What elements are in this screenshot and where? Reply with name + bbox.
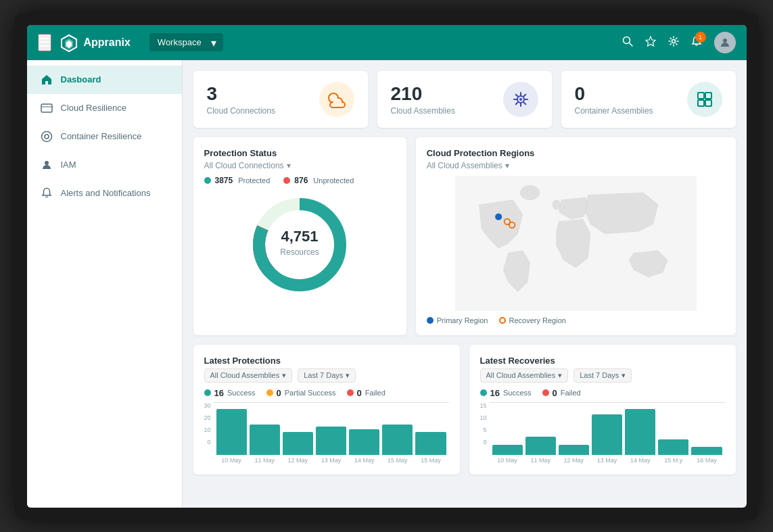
prot-failed-stat: 0 Failed — [347, 388, 385, 398]
primary-dot — [427, 317, 434, 324]
workspace-dropdown-wrapper[interactable]: Workspace — [144, 33, 223, 51]
sidebar-item-dashboard[interactable]: Dasboard — [27, 66, 182, 94]
bar-group: 14 May — [625, 409, 655, 464]
rec-success-dot — [480, 389, 487, 396]
recoveries-bar-chart: 10 May11 May12 May13 May14 May15 M.y16 M… — [490, 410, 725, 464]
bar-group: 11 May — [525, 437, 556, 463]
bar — [559, 445, 589, 455]
sidebar-label-dashboard: Dasboard — [61, 74, 101, 84]
stat-card-cloud-connections: 3 Cloud Connections — [193, 71, 368, 128]
svg-point-7 — [723, 39, 727, 43]
bar — [382, 425, 413, 455]
protection-status-card: Protection Status All Cloud Connections … — [193, 137, 406, 335]
bar-label: 12 May — [564, 457, 584, 464]
recoveries-chart: 151050 10 May11 May12 May13 May14 May15 … — [480, 402, 725, 464]
sidebar-item-container-resilience[interactable]: Container Resilience — [27, 122, 182, 151]
bar — [349, 429, 379, 455]
legend-primary: Primary Region — [427, 316, 488, 324]
prot-partial-dot — [266, 389, 273, 396]
bar-label: 15 May — [421, 457, 441, 464]
middle-row: Protection Status All Cloud Connections … — [193, 137, 736, 335]
star-icon[interactable] — [645, 36, 656, 49]
prot-success-stat: 16 Success — [204, 388, 256, 398]
map-marker-primary-1 — [495, 213, 502, 220]
app-name: Appranix — [84, 37, 131, 49]
svg-point-12 — [45, 161, 49, 165]
legend-recovery: Recovery Region — [499, 316, 566, 324]
settings-icon[interactable] — [668, 36, 679, 49]
container-assemblies-icon — [687, 82, 722, 117]
sidebar-label-container: Container Resilience — [61, 131, 142, 141]
main-content: 3 Cloud Connections 210 Cloud Assemblies — [183, 60, 747, 508]
protections-chart: 3020100 10 May11 May12 May13 May14 May15… — [204, 402, 449, 464]
container-assemblies-number: 0 — [575, 83, 653, 105]
protection-status-filter[interactable]: All Cloud Connections ▾ — [204, 161, 396, 170]
donut-chart: 4,751 Resources — [245, 191, 354, 299]
cloud-assemblies-number: 210 — [391, 83, 455, 105]
bar-group: 13 May — [316, 427, 346, 463]
svg-rect-17 — [698, 100, 704, 106]
bar-label: 10 May — [497, 457, 517, 464]
latest-recoveries-card: Latest Recoveries All Cloud Assemblies ▾… — [469, 345, 736, 475]
stat-info-cloud-connections: 3 Cloud Connections — [207, 83, 275, 116]
sidebar-item-alerts[interactable]: Alerts and Notifications — [27, 179, 182, 208]
protections-bars: 10 May11 May12 May13 May14 May15 May15 M… — [214, 402, 449, 464]
svg-rect-18 — [705, 100, 711, 106]
protections-filter1[interactable]: All Cloud Assemblies ▾ — [204, 368, 293, 383]
bar-group: 10 May — [216, 409, 247, 464]
bar-group: 14 May — [349, 429, 379, 464]
protections-y-axis: 3020100 — [204, 402, 211, 456]
rec-failed-stat: 0 Failed — [542, 388, 581, 398]
svg-rect-16 — [705, 93, 711, 99]
svg-point-25 — [553, 199, 560, 209]
svg-rect-8 — [41, 104, 52, 112]
recovery-dot — [499, 317, 506, 324]
cloud-resilience-icon — [41, 102, 53, 114]
recoveries-filter1[interactable]: All Cloud Assemblies ▾ — [480, 368, 569, 383]
legend-protected: 3875 Protected — [204, 176, 271, 185]
workspace-dropdown[interactable]: Workspace — [149, 33, 223, 51]
bar — [415, 432, 446, 455]
search-icon[interactable] — [622, 36, 633, 49]
user-avatar[interactable] — [714, 32, 736, 53]
stat-info-container-assemblies: 0 Container Assemblies — [575, 83, 653, 116]
prot-partial-stat: 0 Partial Success — [266, 388, 336, 398]
latest-protections-card: Latest Protections All Cloud Assemblies … — [193, 345, 460, 475]
bar-group: 11 May — [250, 425, 280, 464]
recoveries-y-axis: 151050 — [480, 402, 487, 456]
recoveries-filter2[interactable]: Last 7 Days ▾ — [573, 368, 632, 383]
bar-label: 14 May — [354, 457, 375, 464]
recoveries-stats: 16 Success 0 Failed — [480, 388, 725, 398]
bar-group: 15 May — [415, 432, 446, 464]
regions-title: Cloud Protection Regions — [427, 148, 725, 158]
map-legend: Primary Region Recovery Region — [427, 316, 725, 324]
bar — [283, 432, 313, 455]
cloud-assemblies-label: Cloud Assemblies — [391, 106, 455, 116]
bar-group: 12 May — [283, 432, 313, 464]
sidebar-item-iam[interactable]: IAM — [27, 151, 182, 179]
sidebar: Dasboard Cloud Resilience Container Resi… — [27, 60, 183, 508]
stat-card-container-assemblies: 0 Container Assemblies — [561, 71, 736, 128]
svg-text:4,751: 4,751 — [281, 228, 319, 245]
cloud-connections-icon — [319, 82, 354, 117]
svg-point-14 — [519, 98, 522, 101]
protections-title: Latest Protections — [204, 356, 449, 366]
bar — [691, 447, 722, 454]
bar — [316, 427, 346, 454]
donut-chart-wrapper: 4,751 Resources — [204, 191, 396, 299]
protections-filter2[interactable]: Last 7 Days ▾ — [298, 368, 356, 383]
cloud-protection-regions-card: Cloud Protection Regions All Cloud Assem… — [416, 137, 736, 335]
sidebar-item-cloud-resilience[interactable]: Cloud Resilience — [27, 94, 182, 122]
bell-icon[interactable]: 1 — [691, 36, 702, 49]
hamburger-menu-icon[interactable]: ☰ — [38, 34, 51, 51]
nav-icons: 1 — [622, 32, 736, 53]
bar-label: 15 May — [388, 457, 408, 464]
svg-marker-5 — [646, 37, 655, 46]
bar-group: 13 May — [592, 414, 622, 464]
svg-point-6 — [672, 39, 675, 43]
regions-filter[interactable]: All Cloud Assemblies ▾ — [427, 161, 725, 170]
bar-label: 16 May — [697, 457, 717, 464]
container-icon — [41, 130, 53, 143]
alerts-icon — [41, 187, 53, 199]
bar — [250, 425, 280, 455]
